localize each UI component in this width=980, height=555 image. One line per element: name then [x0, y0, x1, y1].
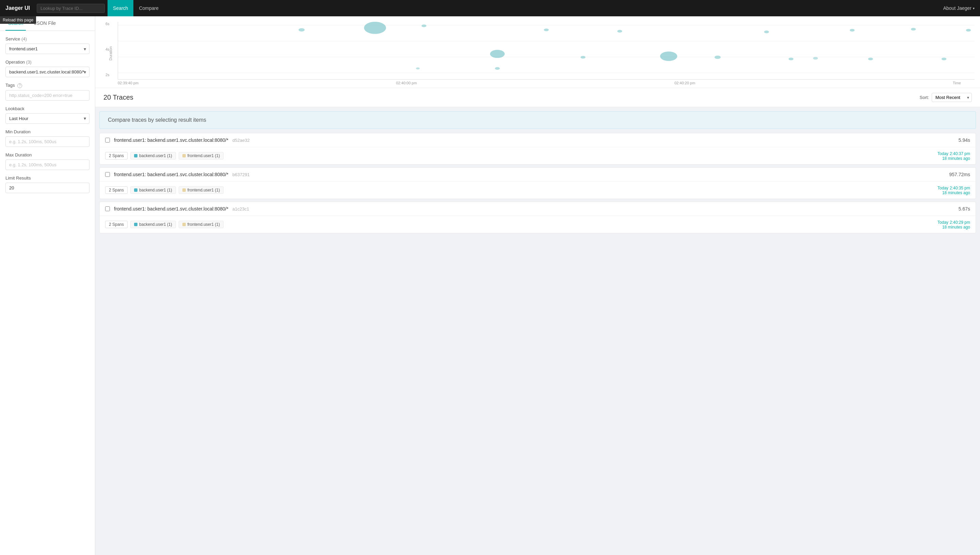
sort-select-wrapper: Most Recent Longest First Shortest First…: [932, 93, 972, 102]
chart-area: Duration 6s 4s 2s: [95, 16, 980, 88]
svg-point-13: [764, 30, 769, 33]
trace-item: frontend.user1: backend.user1.svc.cluste…: [100, 202, 976, 233]
trace-item-body: 2 Spans backend.user1 (1) frontend.user1…: [100, 216, 975, 233]
svg-point-20: [416, 67, 420, 69]
backend-dot: [134, 223, 138, 226]
trace-item-header[interactable]: frontend.user1: backend.user1.svc.cluste…: [100, 133, 975, 147]
results-header: 20 Traces Sort: Most Recent Longest Firs…: [95, 88, 980, 107]
service-tag-frontend: frontend.user1 (1): [178, 221, 223, 228]
x-axis-label: Time: [953, 81, 961, 85]
trace-time-ago: 18 minutes ago: [937, 191, 970, 195]
svg-point-18: [941, 58, 946, 60]
svg-point-5: [490, 50, 504, 58]
sidebar: Search JSON File Service (4) frontend.us…: [0, 16, 95, 555]
frontend-dot: [182, 154, 186, 157]
operation-select[interactable]: backend.user1.svc.cluster.local:8080/*: [5, 67, 90, 77]
topnav-nav: Search Compare: [108, 0, 164, 16]
trace-checkbox[interactable]: [105, 172, 110, 177]
min-duration-input[interactable]: [5, 136, 90, 147]
trace-title: frontend.user1: backend.user1.svc.cluste…: [114, 137, 959, 143]
spans-badge: 2 Spans: [105, 152, 128, 159]
svg-point-22: [813, 57, 818, 59]
tags-label: Tags ?: [5, 83, 90, 88]
min-duration-group: Min Duration: [5, 129, 90, 147]
trace-item-header[interactable]: frontend.user1: backend.user1.svc.cluste…: [100, 202, 975, 216]
lookback-select[interactable]: Last Hour: [5, 113, 90, 124]
main-content: Duration 6s 4s 2s: [95, 16, 980, 555]
trace-time-ago: 18 minutes ago: [937, 225, 970, 229]
trace-id: b637291: [232, 172, 250, 177]
backend-dot: [134, 154, 138, 157]
svg-point-14: [789, 58, 793, 60]
service-select-wrapper: frontend.user1: [5, 43, 90, 54]
limit-results-input[interactable]: [5, 183, 90, 193]
reload-tooltip[interactable]: Reload this page: [0, 16, 36, 24]
trace-list: frontend.user1: backend.user1.svc.cluste…: [95, 129, 980, 240]
operation-select-wrapper: backend.user1.svc.cluster.local:8080/*: [5, 67, 90, 77]
service-count: (4): [21, 36, 27, 42]
sort-select[interactable]: Most Recent Longest First Shortest First…: [932, 93, 972, 102]
y-label-4s: 4s: [106, 47, 109, 51]
sidebar-content: Service (4) frontend.user1 Operation (3)…: [0, 31, 95, 204]
service-group: Service (4) frontend.user1: [5, 36, 90, 54]
trace-title: frontend.user1: backend.user1.svc.cluste…: [114, 206, 959, 212]
svg-point-7: [299, 28, 305, 32]
max-duration-input[interactable]: [5, 159, 90, 170]
tags-help-icon[interactable]: ?: [18, 83, 22, 88]
svg-point-11: [617, 30, 622, 33]
service-tag-label: frontend.user1 (1): [188, 222, 220, 227]
chart-x-axis: 02:39:40 pm 02:40:00 pm 02:40:20 pm Time: [118, 81, 975, 85]
service-tag-backend: backend.user1 (1): [130, 186, 176, 194]
service-tag-label: backend.user1 (1): [139, 188, 172, 192]
svg-point-17: [911, 28, 916, 30]
x-label-2: 02:40:00 pm: [396, 81, 417, 85]
svg-point-15: [850, 29, 855, 32]
trace-checkbox[interactable]: [105, 138, 110, 143]
brand-logo: Jaeger UI: [5, 5, 30, 11]
limit-results-label: Limit Results: [5, 175, 90, 181]
service-tag-label: frontend.user1 (1): [188, 153, 220, 158]
trace-time: Today 2:40:37 pm 18 minutes ago: [937, 151, 970, 161]
trace-time-value: 2:40:35 pm: [950, 186, 970, 191]
trace-duration: 5.67s: [959, 206, 970, 212]
backend-dot: [134, 188, 138, 192]
svg-point-10: [580, 56, 585, 58]
page-layout: Search JSON File Service (4) frontend.us…: [0, 16, 980, 555]
limit-results-group: Limit Results: [5, 175, 90, 193]
service-tag-frontend: frontend.user1 (1): [178, 152, 223, 159]
service-label: Service (4): [5, 36, 90, 42]
compare-banner-text: Compare traces by selecting result items: [108, 117, 206, 123]
trace-checkbox[interactable]: [105, 207, 110, 211]
trace-time-value: 2:40:37 pm: [950, 151, 970, 156]
trace-item-body: 2 Spans backend.user1 (1) frontend.user1…: [100, 147, 975, 164]
trace-id: a1c23c1: [232, 207, 249, 212]
sort-control: Sort: Most Recent Longest First Shortest…: [920, 93, 972, 102]
about-chevron-icon: ▾: [973, 6, 975, 10]
service-tag-backend: backend.user1 (1): [130, 221, 176, 228]
chart-y-axis: 6s 4s 2s: [106, 22, 109, 77]
tags-input[interactable]: [5, 90, 90, 101]
frontend-dot: [182, 188, 186, 192]
trace-time-label: Today: [937, 151, 948, 156]
svg-point-4: [364, 22, 386, 34]
trace-service: frontend.user1: backend.user1.svc.cluste…: [114, 172, 228, 177]
trace-time-label: Today: [937, 186, 948, 191]
trace-time-ago: 18 minutes ago: [937, 156, 970, 161]
service-select[interactable]: frontend.user1: [5, 43, 90, 54]
lookback-label: Lookback: [5, 106, 90, 111]
service-tag-frontend: frontend.user1 (1): [178, 186, 223, 194]
y-label-6s: 6s: [106, 22, 109, 26]
trace-item-header[interactable]: frontend.user1: backend.user1.svc.cluste…: [100, 168, 975, 181]
about-menu[interactable]: About Jaeger ▾: [943, 5, 975, 11]
service-tag-label: backend.user1 (1): [139, 153, 172, 158]
lookback-group: Lookback Last Hour: [5, 106, 90, 124]
trace-id-input[interactable]: [37, 4, 105, 13]
trace-time-label: Today: [937, 220, 948, 225]
svg-point-12: [715, 55, 721, 59]
svg-point-21: [495, 67, 500, 70]
svg-point-9: [544, 29, 548, 31]
nav-compare[interactable]: Compare: [133, 0, 164, 16]
sort-label: Sort:: [920, 95, 929, 100]
svg-point-16: [868, 58, 873, 60]
nav-search[interactable]: Search: [108, 0, 133, 16]
